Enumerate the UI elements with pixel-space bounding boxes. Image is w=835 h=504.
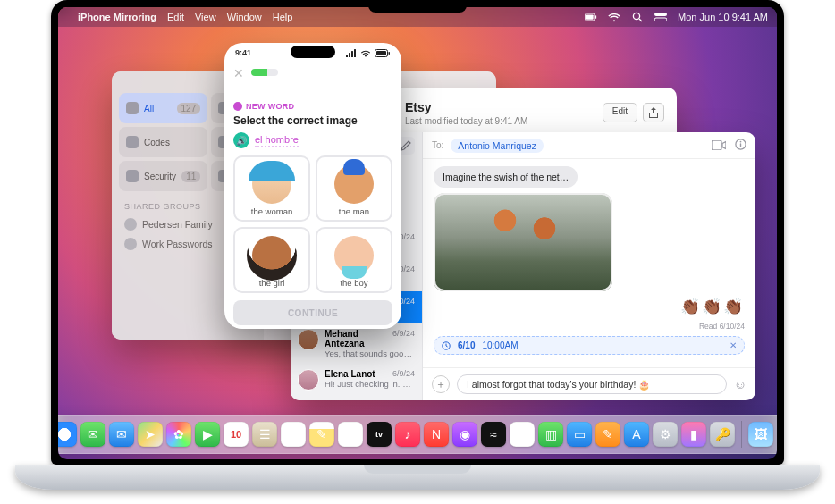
dock-separator: [741, 421, 742, 448]
message-input[interactable]: I almost forgot that today's your birthd…: [457, 374, 727, 394]
desktop: iPhone Mirroring Edit View Window Help M…: [58, 7, 777, 459]
cellular-icon: [346, 49, 357, 57]
schedule-time: 10:00AM: [482, 340, 518, 350]
passwords-tile-all[interactable]: All127: [119, 93, 207, 123]
dock-music-icon[interactable]: ♪: [395, 422, 420, 447]
menubar-edit[interactable]: Edit: [167, 12, 184, 22]
apps-button[interactable]: ＋: [432, 375, 450, 393]
new-word-badge: NEW WORD: [233, 102, 392, 111]
control-center-icon[interactable]: [654, 11, 667, 23]
dock-keynote-icon[interactable]: ▭: [567, 422, 592, 447]
dock-reminders-icon[interactable]: ≣: [281, 422, 306, 447]
svg-rect-13: [349, 53, 350, 57]
info-icon[interactable]: [735, 138, 746, 154]
emoji-picker-icon[interactable]: ☺: [734, 377, 746, 391]
spotlight-icon[interactable]: [631, 11, 644, 23]
svg-rect-12: [346, 55, 348, 57]
lesson-close-icon[interactable]: ✕: [233, 66, 244, 80]
note-subtitle: Last modified today at 9:41 AM: [405, 116, 594, 126]
macbook-frame: iPhone Mirroring Edit View Window Help M…: [0, 0, 835, 504]
lesson-prompt: Select the correct image: [233, 114, 392, 127]
compose-row: ＋ I almost forgot that today's your birt…: [423, 367, 755, 400]
svg-rect-7: [712, 140, 721, 150]
schedule-cancel-icon[interactable]: ✕: [730, 340, 737, 350]
dock-calendar-icon[interactable]: 10: [224, 422, 249, 447]
facetime-video-icon[interactable]: [712, 138, 726, 154]
target-word: el hombre: [255, 134, 299, 147]
dock-tv-icon[interactable]: tv: [367, 422, 392, 447]
menubar-app-name[interactable]: iPhone Mirroring: [78, 12, 156, 22]
share-icon[interactable]: [643, 103, 664, 122]
svg-rect-6: [654, 18, 667, 21]
dock-mail-icon[interactable]: ✉: [109, 422, 134, 447]
svg-rect-10: [740, 143, 741, 147]
dock-contacts-icon[interactable]: ☰: [252, 422, 277, 447]
dock-podcasts-icon[interactable]: ◉: [452, 422, 477, 447]
macbook-base: [15, 465, 820, 490]
svg-line-4: [639, 19, 642, 21]
lesson-progress: [251, 69, 278, 76]
dock-stocks-icon[interactable]: ≈: [481, 422, 506, 447]
option-the-man[interactable]: the man: [316, 155, 392, 222]
dock-maps-icon[interactable]: ➤: [138, 422, 163, 447]
dock-preview-icon[interactable]: 🖼: [748, 422, 773, 447]
message-thread[interactable]: Imagine the swish of the net… 👏🏾👏🏾👏🏾 Rea…: [423, 159, 755, 367]
battery-icon[interactable]: [585, 11, 597, 23]
to-label: To:: [432, 140, 443, 150]
conversation-item[interactable]: Mehand Antezana6/9/24Yes, that sounds go…: [291, 323, 422, 364]
dock-notes-icon[interactable]: ✎: [309, 422, 334, 447]
option-the-boy[interactable]: the boy: [316, 227, 392, 293]
clock-icon: [442, 341, 451, 350]
dock-settings-icon[interactable]: ⚙: [653, 422, 678, 447]
option-the-woman[interactable]: the woman: [233, 155, 310, 222]
wifi-icon[interactable]: [608, 11, 620, 23]
dock-facetime-icon[interactable]: ▶: [195, 422, 220, 447]
iphone-battery-icon: [375, 49, 391, 57]
passwords-tile-codes[interactable]: Codes: [119, 127, 207, 157]
svg-rect-17: [376, 51, 386, 55]
avatar: [298, 369, 319, 391]
passwords-tile-security[interactable]: Security11: [119, 161, 207, 191]
speaker-icon[interactable]: 🔊: [233, 132, 249, 148]
svg-point-9: [740, 140, 742, 142]
display-notch: [368, 0, 467, 13]
svg-rect-18: [389, 52, 391, 55]
shared-photo[interactable]: [434, 193, 612, 291]
menubar-view[interactable]: View: [195, 12, 216, 22]
svg-rect-15: [354, 49, 356, 57]
messages-header: To: Antonio Manriquez: [423, 132, 755, 159]
tapback-reactions[interactable]: 👏🏾👏🏾👏🏾: [680, 297, 745, 316]
dock-news-icon[interactable]: N: [424, 422, 449, 447]
dock-appstore-icon[interactable]: A: [624, 422, 649, 447]
menubar-window[interactable]: Window: [227, 12, 262, 22]
menubar-clock[interactable]: Mon Jun 10 9:41 AM: [678, 12, 768, 22]
dock-home-icon[interactable]: ⌂: [510, 422, 535, 447]
conversation-item[interactable]: Elena Lanot6/9/24Hi! Just checking in. H…: [291, 364, 422, 396]
note-edit-button[interactable]: Edit: [603, 103, 637, 122]
dock-photos-icon[interactable]: ✿: [166, 422, 191, 447]
iphone-dynamic-island: [291, 46, 335, 58]
read-receipt: Read 6/10/24: [699, 322, 745, 331]
dock-passwords-icon[interactable]: 🔑: [710, 422, 735, 447]
svg-rect-14: [351, 51, 353, 57]
iphone-mirroring-window[interactable]: 9:41 ✕ NEW WORD Select the correct image…: [224, 43, 401, 329]
dock[interactable]: ☺⊞✦✉✉➤✿▶10☰≣✎✏tv♪N◉≈⌂▥▭✎A⚙▮🔑🖼⬇🗑: [58, 415, 777, 454]
option-the-girl[interactable]: the girl: [233, 227, 310, 293]
note-title: Etsy: [405, 100, 594, 114]
continue-button[interactable]: CONTINUE: [233, 300, 392, 325]
dock-mirroring-icon[interactable]: ▮: [681, 422, 706, 447]
recipient-chip[interactable]: Antonio Manriquez: [451, 139, 544, 153]
scheduled-send-chip[interactable]: 6/10 10:00AM ✕: [434, 336, 745, 355]
iphone-time: 9:41: [235, 48, 251, 57]
dock-pages-icon[interactable]: ✎: [595, 422, 620, 447]
dock-freeform-icon[interactable]: ✏: [338, 422, 363, 447]
incoming-message: Imagine the swish of the net…: [434, 166, 578, 188]
dock-messages-icon[interactable]: ✉: [80, 422, 105, 447]
dock-safari-icon[interactable]: ✦: [58, 422, 77, 447]
menubar-help[interactable]: Help: [273, 12, 293, 22]
svg-rect-5: [654, 13, 667, 16]
schedule-date: 6/10: [458, 340, 475, 350]
svg-rect-2: [595, 15, 596, 19]
dock-numbers-icon[interactable]: ▥: [538, 422, 563, 447]
svg-rect-1: [586, 14, 594, 19]
